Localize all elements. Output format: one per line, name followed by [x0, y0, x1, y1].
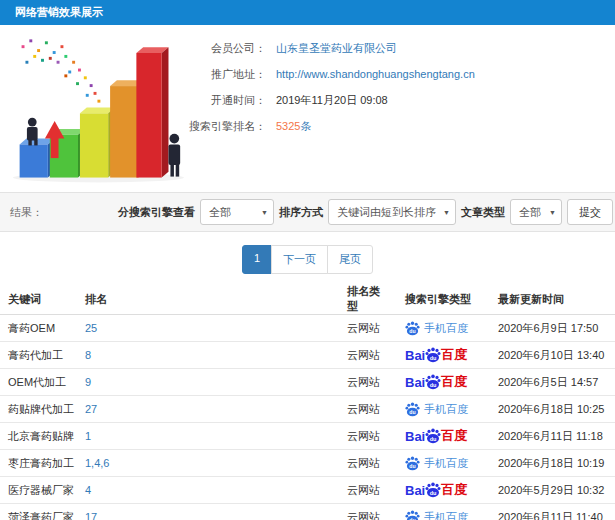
page-header: 网络营销效果展示	[0, 0, 615, 25]
baidu-paw-icon: du	[425, 482, 441, 498]
rank-link[interactable]: 1	[85, 430, 91, 442]
chevron-down-icon: ▼	[549, 209, 556, 216]
baidu-paw-icon: du	[405, 402, 420, 417]
keyword-ranking-table: 关键词 排名 排名类型 搜索引擎类型 最新更新时间 膏药OEM 25 云网站 d…	[0, 284, 615, 520]
baidu-paw-icon: du	[425, 374, 441, 390]
table-row: 枣庄膏药加工 1,4,6 云网站 du 手机百度 2020年6月18日 10:1…	[0, 450, 615, 477]
engine-baidu-logo: Bai du 百度	[405, 373, 482, 391]
page-title: 网络营销效果展示	[15, 6, 103, 18]
rank-link[interactable]: 1,4,6	[85, 457, 109, 469]
chevron-down-icon: ▼	[443, 209, 450, 216]
engine-name: 手机百度	[424, 510, 468, 520]
rank-type-cell: 云网站	[339, 477, 397, 504]
table-row: OEM代加工 9 云网站 Bai du 百度 2020年6月5日 14:57	[0, 369, 615, 396]
svg-text:du: du	[409, 462, 415, 468]
svg-text:du: du	[409, 516, 415, 520]
table-header-row: 关键词 排名 排名类型 搜索引擎类型 最新更新时间	[0, 284, 615, 315]
svg-text:du: du	[430, 355, 437, 361]
rank-link[interactable]: 8	[85, 349, 91, 361]
column-header-rank: 排名	[77, 284, 339, 315]
table-row: 膏药OEM 25 云网站 du 手机百度 2020年6月9日 17:50	[0, 315, 615, 342]
keyword-cell: OEM代加工	[0, 369, 77, 396]
baidu-paw-icon: du	[405, 510, 420, 520]
svg-text:du: du	[430, 436, 437, 442]
engine-view-label: 分搜索引擎查看	[118, 205, 195, 220]
rank-link[interactable]: 17	[85, 511, 97, 520]
company-info-panel: 会员公司： 山东皇圣堂药业有限公司 推广地址： http://www.shand…	[188, 25, 615, 192]
keyword-cell: 枣庄膏药加工	[0, 450, 77, 477]
promo-url-link[interactable]: http://www.shandonghuangshengtang.cn	[276, 68, 475, 80]
engine-name: 手机百度	[424, 456, 468, 471]
keyword-cell: 医疗器械厂家	[0, 477, 77, 504]
svg-text:du: du	[409, 327, 415, 333]
rank-type-cell: 云网站	[339, 450, 397, 477]
engine-mobile-baidu: du 手机百度	[405, 510, 482, 520]
chevron-down-icon: ▼	[261, 209, 268, 216]
column-header-keyword: 关键词	[0, 284, 77, 315]
sort-label: 排序方式	[279, 205, 323, 220]
hero-section: 会员公司： 山东皇圣堂药业有限公司 推广地址： http://www.shand…	[0, 25, 615, 192]
info-row-rank-count: 搜索引擎排名： 5325条	[188, 113, 615, 139]
svg-text:du: du	[430, 382, 437, 388]
baidu-paw-icon: du	[405, 456, 420, 471]
submit-button[interactable]: 提交	[567, 199, 613, 225]
rank-type-cell: 云网站	[339, 369, 397, 396]
engine-mobile-baidu: du 手机百度	[405, 402, 482, 417]
result-label: 结果：	[10, 205, 43, 220]
filter-bar: 结果： 分搜索引擎查看 全部 ▼ 排序方式 关键词由短到长排序 ▼ 文章类型 全…	[0, 192, 615, 232]
engine-baidu-logo: Bai du 百度	[405, 481, 482, 499]
column-header-updated: 最新更新时间	[490, 284, 615, 315]
updated-cell: 2020年6月9日 17:50	[490, 315, 615, 342]
article-type-select[interactable]: 全部 ▼	[510, 199, 562, 225]
engine-mobile-baidu: du 手机百度	[405, 456, 482, 471]
promo-url-label: 推广地址：	[188, 67, 266, 82]
updated-cell: 2020年6月10日 13:40	[490, 342, 615, 369]
engine-mobile-baidu: du 手机百度	[405, 321, 482, 336]
engine-rank-label: 搜索引擎排名：	[188, 119, 266, 134]
updated-cell: 2020年6月18日 10:19	[490, 450, 615, 477]
confetti-dots	[22, 39, 101, 102]
bar-chart-illustration	[6, 31, 186, 183]
rank-link[interactable]: 9	[85, 376, 91, 388]
rank-link[interactable]: 27	[85, 403, 97, 415]
rank-link[interactable]: 4	[85, 484, 91, 496]
bar-yellow	[80, 107, 115, 177]
rank-link[interactable]: 25	[85, 322, 97, 334]
marketing-report-page: 网络营销效果展示	[0, 0, 615, 520]
last-page-button[interactable]: 尾页	[327, 245, 373, 274]
engine-name: 手机百度	[424, 402, 468, 417]
article-type-selected: 全部	[519, 205, 541, 220]
open-time-value: 2019年11月20日 09:08	[276, 93, 388, 108]
engine-baidu-logo: Bai du 百度	[405, 427, 482, 445]
filter-controls: 分搜索引擎查看 全部 ▼ 排序方式 关键词由短到长排序 ▼ 文章类型 全部 ▼ …	[118, 199, 613, 225]
engine-view-select[interactable]: 全部 ▼	[200, 199, 274, 225]
rank-type-cell: 云网站	[339, 315, 397, 342]
pagination: 1 下一页 尾页	[0, 245, 615, 274]
next-page-button[interactable]: 下一页	[271, 245, 328, 274]
updated-cell: 2020年5月29日 10:32	[490, 477, 615, 504]
company-label: 会员公司：	[188, 41, 266, 56]
keyword-cell: 菏泽膏药厂家	[0, 504, 77, 520]
growth-bar-chart-image	[0, 25, 188, 192]
rank-count-unit: 条	[300, 120, 311, 132]
updated-cell: 2020年6月18日 10:25	[490, 396, 615, 423]
updated-cell: 2020年6月11日 11:18	[490, 423, 615, 450]
baidu-paw-icon: du	[425, 428, 441, 444]
engine-rank-value: 5325条	[276, 119, 311, 134]
table-row: 医疗器械厂家 4 云网站 Bai du 百度 2020年5月29日 10:32	[0, 477, 615, 504]
bar-red	[136, 47, 168, 177]
info-row-url: 推广地址： http://www.shandonghuangshengtang.…	[188, 61, 615, 87]
sort-select[interactable]: 关键词由短到长排序 ▼	[328, 199, 456, 225]
info-row-company: 会员公司： 山东皇圣堂药业有限公司	[188, 35, 615, 61]
baidu-paw-icon: du	[405, 321, 420, 336]
column-header-rank-type: 排名类型	[339, 284, 397, 315]
keyword-cell: 北京膏药贴牌	[0, 423, 77, 450]
company-name-link[interactable]: 山东皇圣堂药业有限公司	[276, 41, 397, 56]
businessman-right	[168, 134, 180, 177]
page-1-button[interactable]: 1	[242, 245, 272, 274]
rank-type-cell: 云网站	[339, 423, 397, 450]
open-time-label: 开通时间：	[188, 93, 266, 108]
updated-cell: 2020年6月11日 11:40	[490, 504, 615, 520]
updated-cell: 2020年6月5日 14:57	[490, 369, 615, 396]
baidu-paw-icon: du	[425, 347, 441, 363]
